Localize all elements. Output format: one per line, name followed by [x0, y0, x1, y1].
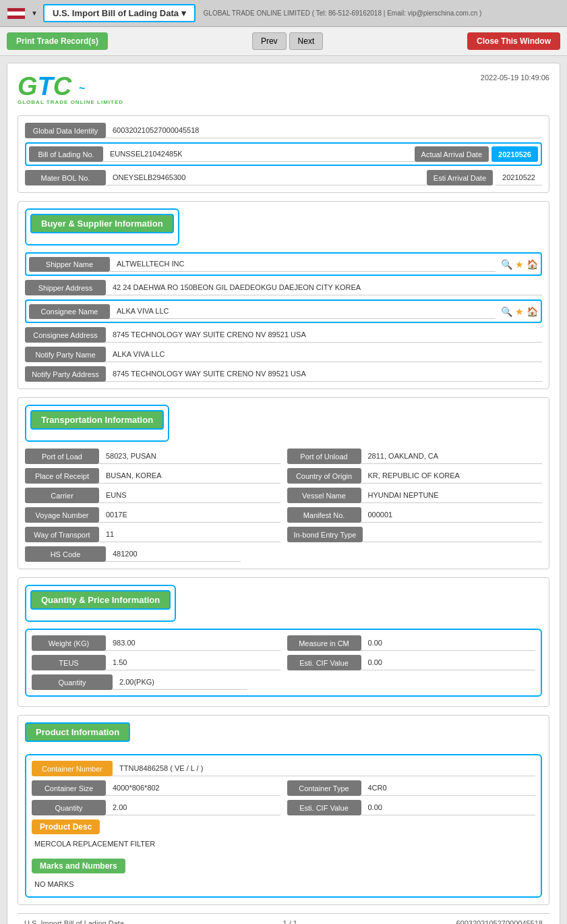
star-icon[interactable]: ★ — [515, 259, 524, 270]
esti-cif-value: 0.00 — [361, 655, 536, 670]
port-of-load-label: Port of Load — [25, 449, 99, 464]
receipt-origin-row: Place of Receipt BUSAN, KOREA Country of… — [25, 468, 542, 484]
notify-party-name-row: Notify Party Name ALKA VIVA LLC — [25, 347, 542, 362]
measure-cm-label: Measure in CM — [287, 635, 361, 651]
company-info: GLOBAL TRADE ONLINE LIMITED ( Tel: 86-51… — [204, 9, 482, 17]
buyer-supplier-section: Buyer & Supplier Information Shipper Nam… — [18, 201, 549, 389]
inbond-entry-value — [363, 527, 542, 542]
weight-label: Weight (KG) — [32, 635, 106, 651]
carrier-label: Carrier — [25, 488, 99, 503]
quantity-price-section: Quantity & Price Information Weight (KG)… — [18, 577, 549, 707]
actual-arrival-value: 20210526 — [491, 146, 538, 162]
place-of-receipt-label: Place of Receipt — [25, 468, 99, 484]
logo-area: GTC ~ GLOBAL TRADE ONLINE LIMITED — [18, 74, 123, 105]
search-icon[interactable]: 🔍 — [501, 259, 512, 270]
prod-qty-label: Quantity — [32, 800, 106, 815]
transport-inbond-row: Way of Transport 11 In-bond Entry Type — [25, 527, 542, 542]
actual-arrival-label: Actual Arrival Date — [415, 146, 489, 162]
consignee-address-value: 8745 TECHNOLOGY WAY SUITE CRENO NV 89521… — [106, 327, 542, 343]
port-of-load-col: Port of Load 58023, PUSAN — [25, 449, 280, 464]
bol-value: EUNSSEL21042485K — [103, 146, 415, 162]
product-desc-button[interactable]: Product Desc — [32, 819, 100, 834]
port-row: Port of Load 58023, PUSAN Port of Unload… — [25, 449, 542, 464]
container-number-label: Container Number — [32, 761, 113, 776]
notify-party-name-value: ALKA VIVA LLC — [106, 347, 542, 362]
measure-col: Measure in CM 0.00 — [287, 635, 536, 651]
esti-arrival-value: 20210522 — [496, 170, 542, 185]
carrier-col: Carrier EUNS — [25, 488, 280, 503]
consignee-search-icon[interactable]: 🔍 — [501, 306, 512, 317]
prod-qty-value: 2.00 — [106, 800, 280, 815]
measure-cm-value: 0.00 — [361, 635, 536, 651]
quantity-label: Quantity — [32, 674, 113, 690]
consignee-icons: 🔍 ★ 🏠 — [501, 306, 538, 317]
vessel-name-value: HYUNDAI NEPTUNE — [361, 488, 543, 503]
weight-col: Weight (KG) 983.00 — [32, 635, 280, 651]
global-identity-row: Global Data Identity 6003202105270000455… — [25, 123, 542, 138]
carrier-vessel-row: Carrier EUNS Vessel Name HYUNDAI NEPTUNE — [25, 488, 542, 503]
top-bar: ▼ U.S. Import Bill of Lading Data ▾ GLOB… — [0, 0, 567, 27]
product-desc-value: MERCOLA REPLACEMENT FILTER — [32, 837, 535, 850]
hs-code-label: HS Code — [25, 546, 106, 562]
dropdown-button[interactable]: U.S. Import Bill of Lading Data ▾ — [43, 4, 196, 22]
weight-value: 983.00 — [106, 635, 280, 651]
consignee-star-icon[interactable]: ★ — [515, 306, 524, 317]
hs-code-row: HS Code 481200 — [25, 546, 542, 562]
manifest-no-value: 000001 — [361, 507, 543, 523]
container-size-value: 4000*806*802 — [106, 780, 280, 796]
nav-group: Prev Next — [252, 32, 323, 50]
qty-outlined: Weight (KG) 983.00 Measure in CM 0.00 TE… — [25, 629, 542, 697]
marks-numbers-row: Marks and Numbers NO MARKS — [32, 853, 535, 891]
teus-col: TEUS 1.50 — [32, 655, 280, 670]
vessel-name-label: Vessel Name — [287, 488, 361, 503]
footer-record-id: 600320210527000045518 — [456, 919, 543, 924]
voyage-manifest-row: Voyage Number 0017E Manifest No. 000001 — [25, 507, 542, 523]
notify-party-address-value: 8745 TECHNOLOGY WAY SUITE CRENO NV 89521… — [106, 366, 542, 382]
transport-title-outline: Transportation Information — [25, 405, 169, 442]
prod-cif-col: Esti. CIF Value 0.00 — [287, 800, 536, 815]
prev-button[interactable]: Prev — [252, 32, 287, 50]
container-type-label: Container Type — [287, 780, 361, 796]
container-size-col: Container Size 4000*806*802 — [32, 780, 280, 796]
place-of-receipt-col: Place of Receipt BUSAN, KOREA — [25, 468, 280, 484]
close-button[interactable]: Close This Window — [467, 32, 560, 50]
action-bar: Print Trade Record(s) Prev Next Close Th… — [0, 27, 567, 56]
port-of-unload-label: Port of Unload — [287, 449, 361, 464]
shipper-icons: 🔍 ★ 🏠 — [501, 259, 538, 270]
master-bol-value: ONEYSELB29465300 — [106, 170, 427, 185]
carrier-value: EUNS — [99, 488, 280, 503]
global-identity-label: Global Data Identity — [25, 123, 106, 138]
master-bol-label: Mater BOL No. — [25, 170, 106, 185]
shipper-name-value: ALTWELLTECH INC — [110, 256, 496, 272]
shipper-address-row: Shipper Address 42 24 DAEHWA RO 150BEON … — [25, 280, 542, 295]
container-number-row: Container Number TTNU8486258 ( VE / L / … — [32, 761, 535, 776]
consignee-address-label: Consignee Address — [25, 327, 106, 343]
inbond-col: In-bond Entry Type — [287, 527, 543, 542]
footer-page-label: U.S. Import Bill of Lading Data — [24, 919, 124, 924]
inbond-entry-label: In-bond Entry Type — [287, 527, 363, 542]
country-of-origin-col: Country of Origin KR, REPUBLIC OF KOREA — [287, 468, 543, 484]
bol-label: Bill of Lading No. — [29, 146, 103, 162]
product-desc-row: Product Desc MERCOLA REPLACEMENT FILTER — [32, 819, 535, 850]
shipper-highlight: Shipper Name ALTWELLTECH INC 🔍 ★ 🏠 — [25, 252, 542, 276]
country-of-origin-label: Country of Origin — [287, 468, 361, 484]
place-of-receipt-value: BUSAN, KOREA — [99, 468, 280, 484]
shipper-address-label: Shipper Address — [25, 280, 106, 295]
print-button[interactable]: Print Trade Record(s) — [7, 32, 108, 50]
container-type-col: Container Type 4CR0 — [287, 780, 536, 796]
esti-cif-col: Esti. CIF Value 0.00 — [287, 655, 536, 670]
marks-numbers-label: Marks and Numbers — [32, 859, 125, 873]
container-number-value: TTNU8486258 ( VE / L / ) — [113, 761, 535, 776]
port-of-load-value: 58023, PUSAN — [99, 449, 280, 464]
global-identity-value: 600320210527000045518 — [106, 123, 542, 138]
consignee-address-row: Consignee Address 8745 TECHNOLOGY WAY SU… — [25, 327, 542, 343]
home-icon[interactable]: 🏠 — [527, 259, 538, 270]
prod-cif-value: 0.00 — [361, 800, 536, 815]
teus-value: 1.50 — [106, 655, 280, 670]
next-button[interactable]: Next — [289, 32, 324, 50]
vessel-col: Vessel Name HYUNDAI NEPTUNE — [287, 488, 543, 503]
product-title-row: Product Information — [25, 722, 542, 749]
product-info-section: Product Information Container Number TTN… — [18, 715, 549, 905]
consignee-home-icon[interactable]: 🏠 — [527, 306, 538, 317]
main-content: GTC ~ GLOBAL TRADE ONLINE LIMITED 2022-0… — [7, 63, 560, 924]
